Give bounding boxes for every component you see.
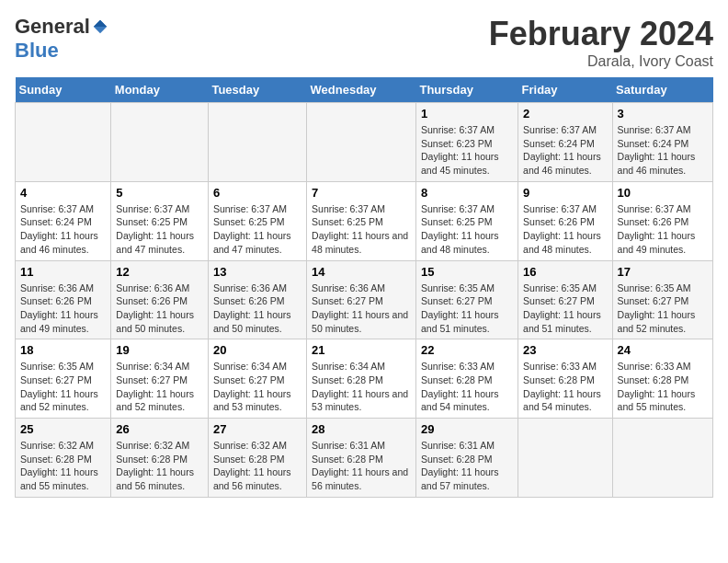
calendar-cell: 16 Sunrise: 6:35 AMSunset: 6:27 PMDaylig… (518, 260, 613, 339)
day-number: 24 (618, 343, 708, 357)
day-number: 23 (523, 343, 608, 357)
day-info: Sunrise: 6:31 AMSunset: 6:28 PMDaylight:… (421, 439, 513, 493)
day-number: 19 (116, 343, 203, 357)
day-info: Sunrise: 6:32 AMSunset: 6:28 PMDaylight:… (20, 439, 106, 493)
day-number: 4 (20, 186, 106, 200)
calendar-cell: 26 Sunrise: 6:32 AMSunset: 6:28 PMDaylig… (111, 419, 209, 498)
main-title: February 2024 (489, 15, 713, 53)
calendar-cell: 11 Sunrise: 6:36 AMSunset: 6:26 PMDaylig… (16, 260, 111, 339)
day-info: Sunrise: 6:31 AMSunset: 6:28 PMDaylight:… (312, 439, 411, 493)
calendar-cell: 12 Sunrise: 6:36 AMSunset: 6:26 PMDaylig… (111, 260, 209, 339)
day-number: 27 (213, 422, 301, 436)
calendar-cell (16, 103, 111, 182)
day-info: Sunrise: 6:35 AMSunset: 6:27 PMDaylight:… (618, 282, 708, 336)
title-section: February 2024 Darala, Ivory Coast (489, 15, 713, 70)
calendar-cell: 8 Sunrise: 6:37 AMSunset: 6:25 PMDayligh… (415, 181, 518, 260)
calendar-cell: 15 Sunrise: 6:35 AMSunset: 6:27 PMDaylig… (415, 260, 518, 339)
day-info: Sunrise: 6:35 AMSunset: 6:27 PMDaylight:… (421, 282, 513, 336)
calendar-week-row: 11 Sunrise: 6:36 AMSunset: 6:26 PMDaylig… (16, 260, 713, 339)
day-number: 7 (312, 186, 411, 200)
calendar-week-row: 18 Sunrise: 6:35 AMSunset: 6:27 PMDaylig… (16, 339, 713, 419)
logo: General Blue (15, 15, 108, 63)
day-number: 25 (20, 422, 106, 436)
day-number: 2 (523, 107, 608, 121)
calendar-cell (518, 419, 613, 498)
day-info: Sunrise: 6:37 AMSunset: 6:25 PMDaylight:… (213, 202, 301, 257)
calendar-cell: 22 Sunrise: 6:33 AMSunset: 6:28 PMDaylig… (415, 339, 518, 419)
day-number: 8 (421, 186, 513, 200)
day-info: Sunrise: 6:34 AMSunset: 6:28 PMDaylight:… (312, 360, 411, 414)
day-number: 28 (312, 422, 411, 436)
day-number: 20 (213, 343, 301, 357)
calendar-cell (307, 103, 416, 182)
header-monday: Monday (111, 77, 209, 103)
calendar-cell: 10 Sunrise: 6:37 AMSunset: 6:26 PMDaylig… (612, 181, 712, 260)
calendar-week-row: 1 Sunrise: 6:37 AMSunset: 6:23 PMDayligh… (16, 103, 713, 182)
svg-marker-1 (94, 20, 107, 27)
day-number: 14 (312, 265, 411, 279)
day-number: 21 (312, 343, 411, 357)
day-info: Sunrise: 6:35 AMSunset: 6:27 PMDaylight:… (20, 360, 106, 414)
calendar-cell: 13 Sunrise: 6:36 AMSunset: 6:26 PMDaylig… (208, 260, 306, 339)
day-info: Sunrise: 6:37 AMSunset: 6:26 PMDaylight:… (523, 202, 608, 257)
calendar-cell: 28 Sunrise: 6:31 AMSunset: 6:28 PMDaylig… (307, 419, 416, 498)
calendar-cell: 19 Sunrise: 6:34 AMSunset: 6:27 PMDaylig… (111, 339, 209, 419)
day-info: Sunrise: 6:34 AMSunset: 6:27 PMDaylight:… (213, 360, 301, 414)
calendar-cell: 14 Sunrise: 6:36 AMSunset: 6:27 PMDaylig… (307, 260, 416, 339)
header-thursday: Thursday (415, 77, 518, 103)
day-info: Sunrise: 6:32 AMSunset: 6:28 PMDaylight:… (213, 439, 301, 493)
day-number: 3 (618, 107, 708, 121)
calendar-cell: 18 Sunrise: 6:35 AMSunset: 6:27 PMDaylig… (16, 339, 111, 419)
calendar-cell: 29 Sunrise: 6:31 AMSunset: 6:28 PMDaylig… (415, 419, 518, 498)
day-info: Sunrise: 6:36 AMSunset: 6:26 PMDaylight:… (20, 282, 106, 336)
calendar-cell (612, 419, 712, 498)
logo-blue-text: Blue (15, 39, 59, 62)
calendar-cell (111, 103, 209, 182)
day-number: 18 (20, 343, 106, 357)
day-number: 17 (618, 265, 708, 279)
page-header: General Blue February 2024 Darala, Ivory… (15, 15, 713, 70)
calendar-cell: 5 Sunrise: 6:37 AMSunset: 6:25 PMDayligh… (111, 181, 209, 260)
calendar-cell: 17 Sunrise: 6:35 AMSunset: 6:27 PMDaylig… (612, 260, 712, 339)
day-info: Sunrise: 6:32 AMSunset: 6:28 PMDaylight:… (116, 439, 203, 493)
day-info: Sunrise: 6:35 AMSunset: 6:27 PMDaylight:… (523, 282, 608, 336)
day-info: Sunrise: 6:33 AMSunset: 6:28 PMDaylight:… (618, 360, 708, 414)
day-info: Sunrise: 6:36 AMSunset: 6:26 PMDaylight:… (116, 282, 203, 336)
calendar-cell: 25 Sunrise: 6:32 AMSunset: 6:28 PMDaylig… (16, 419, 111, 498)
day-number: 13 (213, 265, 301, 279)
calendar-cell: 7 Sunrise: 6:37 AMSunset: 6:25 PMDayligh… (307, 181, 416, 260)
calendar-cell: 3 Sunrise: 6:37 AMSunset: 6:24 PMDayligh… (612, 103, 712, 182)
day-number: 22 (421, 343, 513, 357)
day-number: 12 (116, 265, 203, 279)
calendar-cell: 27 Sunrise: 6:32 AMSunset: 6:28 PMDaylig… (208, 419, 306, 498)
calendar-cell: 2 Sunrise: 6:37 AMSunset: 6:24 PMDayligh… (518, 103, 613, 182)
day-info: Sunrise: 6:33 AMSunset: 6:28 PMDaylight:… (523, 360, 608, 414)
calendar-week-row: 4 Sunrise: 6:37 AMSunset: 6:24 PMDayligh… (16, 181, 713, 260)
day-number: 26 (116, 422, 203, 436)
day-number: 9 (523, 186, 608, 200)
calendar-cell: 24 Sunrise: 6:33 AMSunset: 6:28 PMDaylig… (612, 339, 712, 419)
sub-title: Darala, Ivory Coast (489, 53, 713, 70)
calendar-cell: 9 Sunrise: 6:37 AMSunset: 6:26 PMDayligh… (518, 181, 613, 260)
calendar-cell: 23 Sunrise: 6:33 AMSunset: 6:28 PMDaylig… (518, 339, 613, 419)
day-number: 15 (421, 265, 513, 279)
day-info: Sunrise: 6:34 AMSunset: 6:27 PMDaylight:… (116, 360, 203, 414)
day-info: Sunrise: 6:37 AMSunset: 6:24 PMDaylight:… (20, 202, 106, 257)
day-info: Sunrise: 6:37 AMSunset: 6:25 PMDaylight:… (421, 202, 513, 257)
calendar-cell: 6 Sunrise: 6:37 AMSunset: 6:25 PMDayligh… (208, 181, 306, 260)
calendar-cell: 4 Sunrise: 6:37 AMSunset: 6:24 PMDayligh… (16, 181, 111, 260)
calendar-header-row: Sunday Monday Tuesday Wednesday Thursday… (16, 77, 713, 103)
day-number: 11 (20, 265, 106, 279)
calendar-cell: 21 Sunrise: 6:34 AMSunset: 6:28 PMDaylig… (307, 339, 416, 419)
day-info: Sunrise: 6:37 AMSunset: 6:23 PMDaylight:… (421, 123, 513, 178)
day-number: 16 (523, 265, 608, 279)
calendar-week-row: 25 Sunrise: 6:32 AMSunset: 6:28 PMDaylig… (16, 419, 713, 498)
day-info: Sunrise: 6:33 AMSunset: 6:28 PMDaylight:… (421, 360, 513, 414)
calendar-cell (208, 103, 306, 182)
day-number: 6 (213, 186, 301, 200)
header-wednesday: Wednesday (307, 77, 416, 103)
calendar-table: Sunday Monday Tuesday Wednesday Thursday… (15, 77, 713, 498)
header-saturday: Saturday (612, 77, 712, 103)
day-number: 10 (618, 186, 708, 200)
day-info: Sunrise: 6:37 AMSunset: 6:24 PMDaylight:… (523, 123, 608, 178)
